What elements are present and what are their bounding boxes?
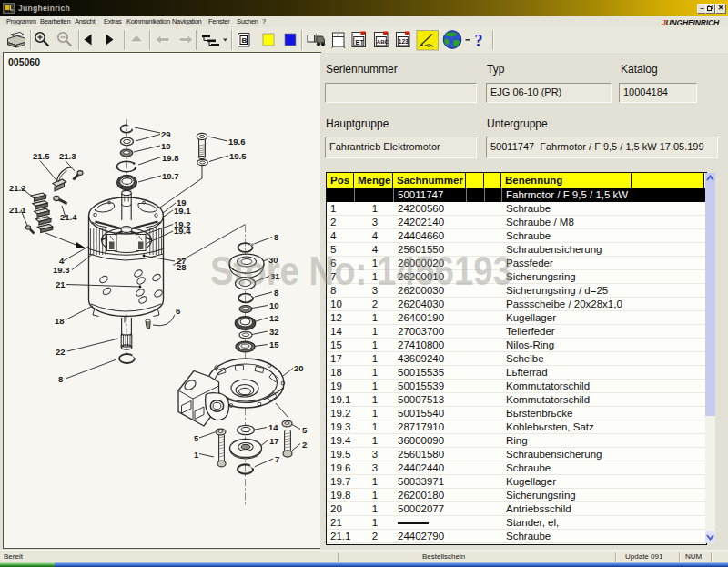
svg-text:19.8: 19.8 [162, 153, 179, 163]
svg-text:19.6: 19.6 [228, 137, 246, 147]
svg-text:21.2: 21.2 [9, 183, 26, 193]
svg-text:20: 20 [294, 363, 304, 373]
svg-text:21.3: 21.3 [59, 151, 76, 161]
svg-text:21.4: 21.4 [60, 212, 77, 222]
svg-text:1: 1 [194, 450, 199, 460]
svg-text:005060: 005060 [8, 56, 40, 67]
svg-text:32: 32 [269, 327, 279, 337]
svg-text:19.4: 19.4 [174, 226, 191, 236]
svg-text:19.5: 19.5 [229, 151, 247, 161]
svg-text:19.7: 19.7 [162, 171, 179, 181]
svg-text:29: 29 [161, 129, 171, 139]
svg-text:21.1: 21.1 [9, 205, 26, 215]
svg-text:19.3: 19.3 [53, 265, 70, 275]
svg-text:5: 5 [302, 425, 308, 435]
svg-text:12: 12 [269, 313, 279, 323]
svg-text:10: 10 [269, 300, 279, 310]
svg-text:B: B [242, 36, 248, 45]
svg-text:ET: ET [356, 38, 365, 46]
svg-text:8: 8 [274, 232, 278, 242]
svg-text:10: 10 [161, 141, 171, 151]
svg-text:22: 22 [56, 347, 66, 357]
svg-text:21: 21 [56, 279, 66, 289]
svg-text:ABC: ABC [377, 39, 389, 45]
svg-text:15: 15 [269, 339, 279, 349]
svg-text:18: 18 [55, 316, 65, 326]
svg-text:2: 2 [302, 440, 307, 450]
svg-text:21.5: 21.5 [33, 151, 50, 161]
svg-text:7: 7 [275, 454, 279, 464]
svg-text:28: 28 [177, 262, 187, 272]
svg-text:14: 14 [268, 422, 278, 432]
svg-text:19.1: 19.1 [174, 206, 191, 216]
svg-text:8: 8 [58, 374, 63, 384]
svg-text:123: 123 [399, 38, 409, 45]
svg-text:6: 6 [176, 306, 180, 316]
svg-text:?: ? [475, 32, 483, 50]
svg-text:17: 17 [269, 436, 279, 446]
svg-text:5: 5 [194, 433, 199, 443]
